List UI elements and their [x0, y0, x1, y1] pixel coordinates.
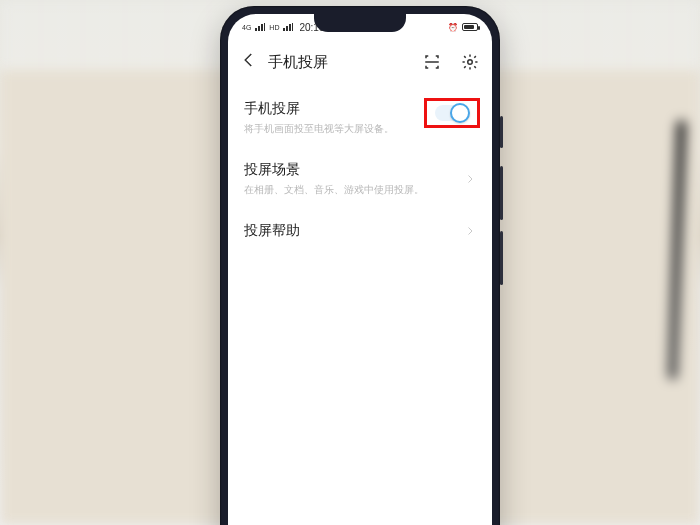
phone-screen: 4G HD 20:13 ⏰ 手机投屏	[228, 14, 492, 525]
cast-toggle[interactable]	[435, 105, 469, 121]
highlight-box	[424, 98, 480, 128]
signal-icon	[283, 23, 293, 31]
gear-icon[interactable]	[460, 52, 480, 72]
svg-point-0	[468, 60, 473, 65]
row-title: 投屏场景	[244, 161, 476, 179]
phone-frame: 4G HD 20:13 ⏰ 手机投屏	[220, 6, 500, 525]
chevron-right-icon	[464, 171, 476, 189]
row-subtitle: 在相册、文档、音乐、游戏中使用投屏。	[244, 183, 476, 196]
network-4g-label: 4G	[242, 24, 251, 31]
notch	[314, 14, 406, 32]
back-icon[interactable]	[240, 51, 258, 73]
toggle-knob	[450, 103, 470, 123]
chevron-right-icon	[464, 223, 476, 241]
row-cast-scenes[interactable]: 投屏场景 在相册、文档、音乐、游戏中使用投屏。	[228, 149, 492, 210]
side-button	[500, 166, 503, 220]
battery-icon	[462, 23, 478, 31]
signal-icon	[255, 23, 265, 31]
page-header: 手机投屏	[228, 40, 492, 84]
row-cast-help[interactable]: 投屏帮助	[228, 210, 492, 254]
row-title: 投屏帮助	[244, 222, 476, 240]
side-button	[500, 231, 503, 285]
side-button	[500, 116, 503, 148]
page-title: 手机投屏	[268, 53, 328, 72]
row-cast-toggle: 手机投屏 将手机画面投至电视等大屏设备。	[228, 88, 492, 149]
alarm-icon: ⏰	[448, 23, 458, 32]
network-hd-label: HD	[269, 24, 279, 31]
scan-icon[interactable]	[422, 52, 442, 72]
